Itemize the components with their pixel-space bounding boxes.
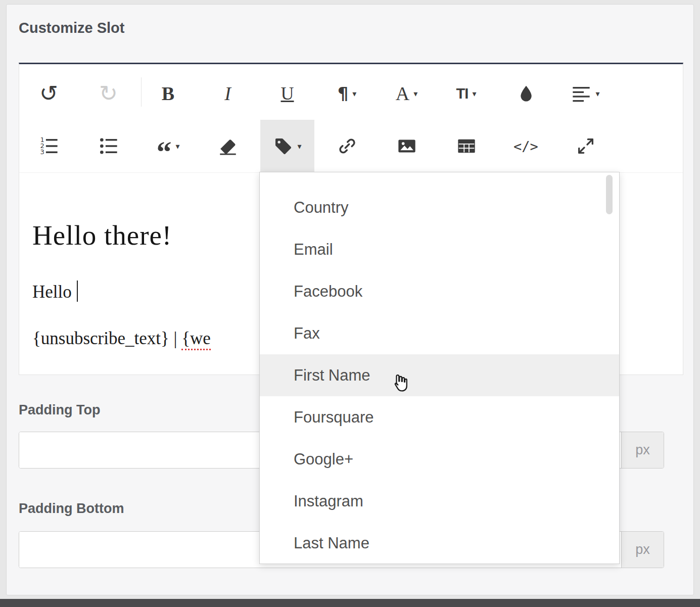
customize-slot-modal: Customize Slot ↺ ↻ B I (0, 0, 700, 607)
font-size-button[interactable]: TI ▾ (439, 67, 493, 120)
chevron-down-icon: ▾ (297, 142, 301, 151)
undo-button[interactable]: ↺ (22, 67, 76, 120)
unordered-list-icon (98, 135, 119, 157)
svg-text:3: 3 (40, 148, 44, 156)
dropdown-item-foursquare[interactable]: Foursquare (260, 396, 619, 438)
redo-icon: ↻ (99, 82, 118, 105)
expand-icon (576, 136, 596, 156)
chevron-down-icon: ▾ (175, 142, 179, 151)
bold-icon: B (162, 84, 174, 103)
padding-top-unit: px (621, 432, 664, 468)
clear-formatting-button[interactable] (201, 120, 255, 172)
code-view-button[interactable]: </> (499, 120, 553, 172)
ordered-list-button[interactable]: 1 2 3 (22, 120, 76, 172)
droplet-icon (516, 83, 536, 104)
toolbar-row-2: 1 2 3 “ ▾ (19, 120, 683, 172)
paragraph-icon: ¶ (338, 85, 349, 102)
chevron-down-icon: ▾ (413, 89, 417, 99)
link-icon (337, 136, 357, 156)
dropdown-item-google-plus[interactable]: Google+ (260, 438, 619, 480)
tag-icon (273, 136, 293, 156)
code-icon: </> (514, 139, 538, 153)
editor-toolbar: ↺ ↻ B I U ¶ ▾ (19, 64, 683, 173)
font-family-button[interactable]: A ▾ (380, 67, 434, 120)
table-icon (456, 136, 477, 156)
dropdown-item-instagram[interactable]: Instagram (260, 480, 619, 522)
image-icon (397, 136, 417, 156)
insert-link-button[interactable] (320, 120, 374, 172)
quote-icon: “ (156, 137, 171, 167)
dropdown-item-country[interactable]: Country (260, 186, 619, 228)
text-cursor (77, 281, 78, 302)
italic-icon: I (224, 84, 231, 103)
underline-icon: U (281, 84, 294, 103)
insert-image-button[interactable] (380, 120, 434, 172)
font-icon: A (396, 84, 409, 103)
insert-table-button[interactable] (439, 120, 493, 172)
align-left-icon (571, 83, 591, 104)
font-size-icon: TI (456, 86, 469, 101)
dropdown-item-facebook[interactable]: Facebook (260, 270, 619, 312)
dropdown-item-fax[interactable]: Fax (260, 312, 619, 354)
italic-button[interactable]: I (201, 67, 255, 120)
dropdown-item-email[interactable]: Email (260, 228, 619, 270)
chevron-down-icon: ▾ (595, 89, 599, 99)
padding-top-label: Padding Top (19, 402, 100, 418)
quote-button[interactable]: “ ▾ (141, 120, 195, 172)
dropdown-clipped-item (260, 172, 619, 186)
undo-icon: ↺ (39, 82, 58, 105)
bold-button[interactable]: B (141, 67, 195, 120)
panel-title: Customize Slot (19, 20, 124, 36)
toolbar-separator (141, 77, 142, 107)
bottom-bar (0, 599, 700, 607)
eraser-icon (217, 135, 239, 157)
ordered-list-icon: 1 2 3 (38, 135, 60, 157)
chevron-down-icon: ▾ (472, 89, 476, 99)
redo-button[interactable]: ↻ (81, 67, 135, 120)
insert-tag-button[interactable]: ▾ (260, 120, 314, 172)
misspelled-text: {we (181, 329, 211, 350)
padding-bottom-label: Padding Bottom (19, 501, 124, 517)
merge-tag-dropdown: Country Email Facebook Fax First Name Fo… (259, 172, 620, 564)
underline-button[interactable]: U (260, 67, 314, 120)
paragraph-format-button[interactable]: ¶ ▾ (320, 67, 374, 120)
dropdown-item-first-name[interactable]: First Name (260, 354, 619, 396)
padding-bottom-unit: px (621, 532, 664, 568)
unordered-list-button[interactable] (81, 120, 135, 172)
fullscreen-button[interactable] (558, 120, 613, 172)
text-color-button[interactable] (499, 67, 553, 120)
dropdown-item-last-name[interactable]: Last Name (260, 522, 619, 564)
chevron-down-icon: ▾ (352, 89, 356, 99)
align-button[interactable]: ▾ (558, 67, 613, 120)
toolbar-row-1: ↺ ↻ B I U ¶ ▾ (19, 67, 683, 120)
dropdown-scrollbar[interactable] (606, 175, 613, 214)
